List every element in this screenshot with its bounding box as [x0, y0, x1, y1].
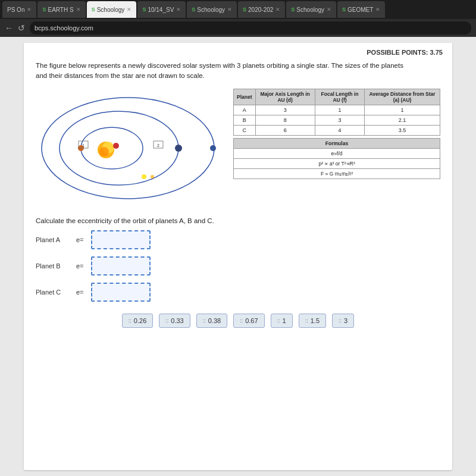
planet-a-label: Planet A	[36, 236, 71, 243]
tab-ps[interactable]: PS On ✕	[2, 1, 36, 18]
tab-label: PS On	[7, 7, 24, 13]
svg-point-15	[151, 175, 154, 178]
svg-point-14	[142, 174, 146, 179]
address-bar: ← ↺	[0, 19, 476, 37]
tab-label: Schoology	[296, 7, 324, 13]
tab-label: EARTH S	[48, 7, 73, 13]
svg-point-5	[99, 147, 109, 156]
choice-dots: ::	[240, 318, 243, 324]
table-row: A 3 1 1	[234, 105, 440, 115]
choice-026[interactable]: :: 0.26	[122, 314, 153, 328]
focal-b: 3	[315, 115, 364, 125]
col-avg-dist: Average Distance from Star (a) (AU)	[365, 89, 440, 105]
tab-earth[interactable]: S EARTH S ✕	[37, 1, 85, 18]
reload-button[interactable]: ↺	[18, 23, 25, 33]
choice-value: 0.67	[245, 317, 258, 324]
choice-033[interactable]: :: 0.33	[159, 314, 190, 328]
s-icon: S	[291, 7, 295, 12]
svg-text:2: 2	[157, 143, 159, 148]
tab-close-s2[interactable]: ✕	[227, 7, 232, 12]
calculate-label: Calculate the eccentricity of the orbit …	[36, 217, 440, 224]
tab-2020[interactable]: S 2020-202 ✕	[238, 1, 285, 18]
calculate-section: Calculate the eccentricity of the orbit …	[36, 217, 440, 302]
svg-point-9	[210, 145, 216, 151]
tab-close-s1[interactable]: ✕	[127, 7, 131, 12]
tab-schoology1[interactable]: S Schoology ✕	[87, 1, 137, 18]
svg-point-8	[175, 145, 182, 152]
choice-value: 1.5	[311, 317, 320, 324]
planet-b-row: Planet B e=	[36, 256, 440, 275]
tab-sv[interactable]: S 10/14_SV ✕	[137, 1, 186, 18]
tab-schoology3[interactable]: S Schoology ✕	[286, 1, 336, 18]
choice-value: 3	[344, 317, 347, 324]
s-icon: S	[92, 7, 95, 12]
planet-c-e-label: e=	[76, 289, 84, 296]
formula-row: e=f/d	[234, 148, 440, 158]
question-text: The figure below represents a newly disc…	[36, 61, 416, 82]
choice-038[interactable]: :: 0.38	[196, 314, 227, 328]
address-input[interactable]	[30, 21, 471, 35]
tab-bar: PS On ✕ S EARTH S ✕ S Schoology ✕ S 10/1…	[0, 0, 476, 19]
planet-a-answer-box[interactable]	[91, 230, 151, 249]
answer-choices: :: 0.26 :: 0.33 :: 0.38 :: 0.67 :: 1 :: …	[36, 314, 440, 328]
choice-value: 0.33	[171, 317, 183, 324]
choice-15[interactable]: :: 1.5	[299, 314, 326, 328]
planet-b-e-label: e=	[76, 262, 84, 270]
choice-value: 0.38	[208, 317, 221, 324]
planet-b-answer-box[interactable]	[91, 256, 151, 275]
choice-dots: ::	[277, 318, 280, 324]
solar-system-svg: 1 2	[36, 89, 226, 208]
diagram-and-table: 1 2 Planet Major Axis	[36, 89, 440, 208]
tab-geomet[interactable]: S GEOMET ✕	[337, 1, 385, 18]
major-axis-c: 6	[255, 125, 315, 135]
tab-close-geomet[interactable]: ✕	[375, 7, 380, 12]
tab-label: Schoology	[197, 7, 225, 13]
svg-text:1: 1	[82, 143, 84, 148]
tab-close-earth[interactable]: ✕	[76, 7, 81, 12]
major-axis-b: 8	[255, 115, 315, 125]
formula-gravity: F = G m₁m₂/r²	[234, 168, 440, 178]
s-icon: S	[342, 7, 346, 12]
tab-close-2020[interactable]: ✕	[275, 7, 280, 12]
possible-points: POSSIBLE POINTS: 3.75	[367, 49, 443, 56]
planet-c: C	[234, 125, 256, 135]
choice-value: 0.26	[134, 317, 146, 324]
tab-schoology2[interactable]: S Schoology ✕	[187, 1, 237, 18]
choice-067[interactable]: :: 0.67	[233, 314, 264, 328]
back-button[interactable]: ←	[5, 23, 13, 33]
choice-3[interactable]: :: 3	[332, 314, 354, 328]
formula-eccentricity: e=f/d	[234, 148, 440, 158]
planet-c-answer-box[interactable]	[91, 283, 151, 302]
choice-1[interactable]: :: 1	[271, 314, 293, 328]
tab-close-ps[interactable]: ✕	[27, 7, 32, 12]
formula-row: p² ∝ a³ or T²∝R³	[234, 158, 440, 168]
tab-label: 2020-202	[248, 7, 273, 13]
formulas-table: Formulas e=f/d p² ∝ a³ or T²∝R³ F = G m₁…	[233, 138, 440, 179]
col-major-axis: Major Axis Length in AU (d)	[255, 89, 315, 105]
content-area: POSSIBLE POINTS: 3.75 The figure below r…	[0, 37, 476, 476]
avg-dist-b: 2.1	[365, 115, 440, 125]
svg-point-0	[42, 98, 214, 199]
s-icon: S	[42, 7, 46, 12]
planet-b-label: Planet B	[36, 262, 71, 270]
col-focal: Focal Length in AU (f)	[315, 89, 364, 105]
focal-a: 1	[315, 105, 364, 115]
tab-close-s3[interactable]: ✕	[327, 7, 331, 12]
avg-dist-a: 1	[365, 105, 440, 115]
choice-value: 1	[283, 317, 286, 324]
formulas-header: Formulas	[234, 138, 440, 148]
table-row: B 8 3 2.1	[234, 115, 440, 125]
planet-c-row: Planet C e=	[36, 283, 440, 302]
formula-row: F = G m₁m₂/r²	[234, 168, 440, 178]
choice-dots: ::	[129, 318, 131, 324]
s-icon: S	[243, 7, 246, 12]
tab-label: 10/14_SV	[148, 7, 174, 13]
avg-dist-c: 3.5	[365, 125, 440, 135]
planet-a-e-label: e=	[76, 236, 84, 243]
tab-close-sv[interactable]: ✕	[176, 7, 181, 12]
tab-label: GEOMET	[347, 7, 373, 13]
table-row: C 6 4 3.5	[234, 125, 440, 135]
choice-dots: ::	[305, 318, 308, 324]
col-planet: Planet	[234, 89, 256, 105]
choice-dots: ::	[339, 318, 342, 324]
